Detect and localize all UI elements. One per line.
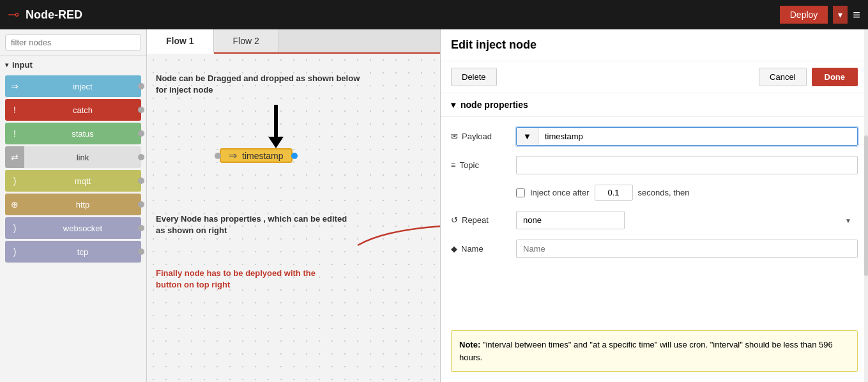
catch-node-icon: ! bbox=[5, 99, 24, 121]
scrollbar-thumb[interactable] bbox=[864, 135, 868, 277]
deploy-dropdown-button[interactable]: ▾ bbox=[833, 6, 848, 24]
payload-input-group[interactable]: ▼ bbox=[516, 127, 858, 146]
status-node-label: status bbox=[24, 123, 141, 144]
mqtt-node-label: mqtt bbox=[24, 170, 141, 192]
sidebar-section-input[interactable]: ▾ input bbox=[0, 56, 146, 73]
payload-label-text: Payload bbox=[462, 132, 492, 141]
inject-once-row: Inject once after seconds, then bbox=[451, 185, 858, 201]
node-red-logo-icon: ⊸ bbox=[8, 6, 19, 23]
search-input[interactable] bbox=[5, 34, 141, 50]
repeat-label-text: Repeat bbox=[462, 215, 489, 225]
sidebar-item-link[interactable]: ⇄ link bbox=[5, 146, 141, 168]
repeat-label: ↺ Repeat bbox=[451, 215, 508, 225]
sidebar-item-mqtt[interactable]: ) mqtt bbox=[5, 170, 141, 192]
tab-flow2[interactable]: Flow 2 bbox=[214, 29, 279, 52]
sidebar: ▾ input ⇒ inject ! catch ! status bbox=[0, 29, 147, 382]
tcp-node-label: tcp bbox=[24, 241, 141, 263]
inject-node-label: inject bbox=[24, 75, 141, 97]
envelope-icon: ✉ bbox=[451, 132, 458, 141]
sidebar-item-websocket[interactable]: ) websocket bbox=[5, 217, 141, 239]
topic-row: ≡ Topic bbox=[451, 156, 858, 174]
annotation-drag-drop: Node can be Dragged and dropped as shown… bbox=[156, 73, 360, 96]
panel-form: ✉ Payload ▼ ≡ Topic bbox=[441, 117, 868, 330]
scrollbar-track bbox=[864, 29, 868, 382]
note-label: Note: bbox=[459, 340, 480, 349]
section-title: ▾ node properties bbox=[441, 93, 868, 117]
status-node-icon: ! bbox=[5, 123, 24, 144]
inject-once-checkbox[interactable] bbox=[516, 188, 525, 197]
panel-actions: Delete Cancel Done bbox=[441, 61, 868, 93]
cancel-button[interactable]: Cancel bbox=[759, 68, 806, 86]
tcp-port-right bbox=[138, 248, 144, 255]
node-arrow-icon: ⇒ bbox=[229, 149, 237, 162]
annotation-deploy: Finally node has to be deplyoed with the… bbox=[156, 268, 316, 291]
inject-once-suffix: seconds, then bbox=[638, 188, 690, 197]
sidebar-item-status[interactable]: ! status bbox=[5, 123, 141, 144]
right-panel: Edit inject node Delete Cancel Done ▾ no… bbox=[440, 29, 868, 382]
http-port-right bbox=[138, 201, 144, 208]
http-node-label: http bbox=[24, 194, 141, 215]
delete-button[interactable]: Delete bbox=[451, 68, 497, 86]
link-node-label: link bbox=[24, 146, 141, 168]
link-node-icon: ⇄ bbox=[5, 146, 24, 168]
chevron-down-icon: ▾ bbox=[5, 61, 8, 68]
canvas-node-wrapper[interactable]: ⇒ timestamp bbox=[215, 148, 298, 163]
name-icon: ◆ bbox=[451, 244, 457, 254]
note-box: Note: "interval between times" and "at a… bbox=[451, 330, 858, 372]
mqtt-port-right bbox=[138, 178, 144, 184]
tab-flow1[interactable]: Flow 1 bbox=[147, 29, 214, 54]
tab-bar: Flow 1 Flow 2 bbox=[147, 29, 440, 54]
websocket-node-icon: ) bbox=[5, 217, 24, 239]
topbar-right: Deploy ▾ ≡ bbox=[780, 6, 860, 24]
payload-type-label: ▼ bbox=[523, 132, 531, 141]
sidebar-section-label: input bbox=[12, 60, 33, 70]
drop-arrow bbox=[268, 105, 284, 148]
inject-once-value-input[interactable] bbox=[595, 185, 633, 201]
payload-row: ✉ Payload ▼ bbox=[451, 127, 858, 146]
annotation-properties: Every Node has properties , which can be… bbox=[156, 213, 347, 236]
name-input[interactable] bbox=[516, 240, 858, 258]
websocket-node-label: websocket bbox=[24, 217, 141, 239]
chevron-icon: ▾ bbox=[451, 100, 455, 110]
repeat-icon: ↺ bbox=[451, 215, 458, 225]
payload-type-button[interactable]: ▼ bbox=[517, 128, 538, 145]
node-port-left bbox=[215, 153, 221, 159]
inject-once-label: Inject once after bbox=[530, 188, 590, 197]
catch-node-label: catch bbox=[24, 99, 141, 121]
payload-label: ✉ Payload bbox=[451, 132, 508, 141]
sidebar-item-http[interactable]: ⊕ http bbox=[5, 194, 141, 215]
done-button[interactable]: Done bbox=[812, 68, 858, 86]
name-row: ◆ Name bbox=[451, 240, 858, 258]
name-label: ◆ Name bbox=[451, 244, 508, 254]
red-arrow-icon bbox=[339, 207, 440, 258]
main-layout: ▾ input ⇒ inject ! catch ! status bbox=[0, 29, 868, 382]
menu-button[interactable]: ≡ bbox=[853, 8, 860, 22]
repeat-select[interactable]: none interval interval between times at … bbox=[516, 211, 625, 229]
section-label: node properties bbox=[461, 100, 528, 110]
topic-label: ≡ Topic bbox=[451, 160, 508, 170]
canvas-timestamp-node[interactable]: ⇒ timestamp bbox=[220, 148, 293, 163]
topbar-left: ⊸ Node-RED bbox=[8, 6, 82, 23]
tcp-node-icon: ) bbox=[5, 241, 24, 263]
http-node-icon: ⊕ bbox=[5, 194, 24, 215]
canvas-area: Flow 1 Flow 2 Node can be Dragged and dr… bbox=[147, 29, 440, 382]
name-label-text: Name bbox=[461, 244, 483, 254]
mqtt-node-icon: ) bbox=[5, 170, 24, 192]
topic-icon: ≡ bbox=[451, 160, 456, 170]
inject-node-icon: ⇒ bbox=[5, 75, 24, 97]
deploy-button[interactable]: Deploy bbox=[780, 6, 828, 24]
sidebar-item-catch[interactable]: ! catch bbox=[5, 99, 141, 121]
topic-input[interactable] bbox=[516, 156, 858, 174]
sidebar-item-inject[interactable]: ⇒ inject bbox=[5, 75, 141, 97]
arrow-line bbox=[274, 105, 278, 137]
status-port-right bbox=[138, 130, 144, 137]
payload-value-input[interactable] bbox=[538, 128, 857, 145]
link-port-right bbox=[138, 154, 144, 160]
catch-port-right bbox=[138, 107, 144, 113]
flow-canvas[interactable]: Node can be Dragged and dropped as shown… bbox=[147, 54, 440, 382]
app-title: Node-RED bbox=[26, 8, 82, 22]
note-text: "interval between times" and "at a speci… bbox=[459, 340, 833, 362]
panel-title: Edit inject node bbox=[441, 29, 868, 61]
node-port-right bbox=[291, 153, 298, 159]
sidebar-item-tcp[interactable]: ) tcp bbox=[5, 241, 141, 263]
